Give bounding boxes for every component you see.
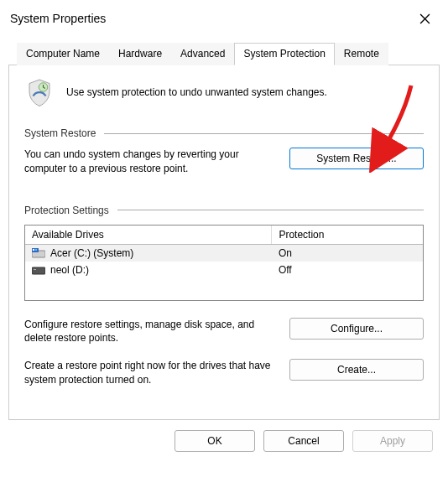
window-title: System Properties	[10, 12, 106, 25]
group-label: System Restore	[24, 127, 96, 139]
configure-description: Configure restore settings, manage disk …	[24, 318, 273, 346]
drive-name: Acer (C:) (System)	[50, 247, 133, 259]
column-header-drives[interactable]: Available Drives	[25, 226, 272, 245]
tab-hardware[interactable]: Hardware	[109, 43, 171, 65]
drive-name: neol (D:)	[50, 264, 89, 276]
ok-button[interactable]: OK	[175, 430, 255, 452]
system-restore-button[interactable]: System Restore...	[289, 148, 424, 169]
create-button[interactable]: Create...	[289, 359, 424, 381]
svg-rect-5	[32, 267, 45, 274]
tab-panel: Use system protection to undo unwanted s…	[8, 65, 440, 420]
tab-computer-name[interactable]: Computer Name	[17, 43, 109, 65]
group-protection-settings: Protection Settings	[24, 205, 424, 216]
title-bar: System Properties	[0, 0, 448, 35]
tab-remote[interactable]: Remote	[335, 43, 388, 65]
create-row: Create a restore point right now for the…	[24, 359, 424, 387]
apply-button: Apply	[352, 430, 433, 452]
divider	[117, 210, 424, 210]
protection-shield-icon	[24, 77, 55, 107]
svg-rect-3	[33, 249, 34, 251]
dialog-button-row: OK Cancel Apply	[0, 420, 448, 462]
svg-rect-6	[34, 269, 36, 270]
divider	[104, 133, 424, 134]
svg-rect-4	[35, 249, 37, 251]
group-label: Protection Settings	[24, 205, 109, 216]
configure-row: Configure restore settings, manage disk …	[24, 318, 424, 346]
intro-row: Use system protection to undo unwanted s…	[24, 77, 424, 107]
table-row[interactable]: Acer (C:) (System) On	[25, 244, 423, 262]
create-description: Create a restore point right now for the…	[24, 359, 273, 387]
group-system-restore: System Restore	[24, 127, 424, 139]
system-drive-icon	[32, 248, 45, 258]
table-row[interactable]: neol (D:) Off	[25, 262, 423, 278]
drive-icon	[32, 265, 45, 275]
restore-row: You can undo system changes by reverting…	[24, 148, 424, 176]
cancel-button[interactable]: Cancel	[263, 430, 344, 452]
column-header-protection[interactable]: Protection	[272, 226, 423, 245]
tab-advanced[interactable]: Advanced	[171, 43, 234, 65]
configure-button[interactable]: Configure...	[289, 318, 424, 340]
drive-status: On	[272, 244, 423, 262]
intro-text: Use system protection to undo unwanted s…	[66, 86, 327, 98]
tab-system-protection[interactable]: System Protection	[234, 43, 334, 65]
close-button[interactable]	[409, 7, 440, 30]
restore-description: You can undo system changes by reverting…	[24, 148, 273, 176]
tab-strip: Computer Name Hardware Advanced System P…	[8, 42, 440, 65]
close-icon	[419, 13, 430, 24]
drive-status: Off	[272, 262, 423, 278]
drives-table: Available Drives Protection Acer (C:) (S…	[24, 225, 424, 301]
